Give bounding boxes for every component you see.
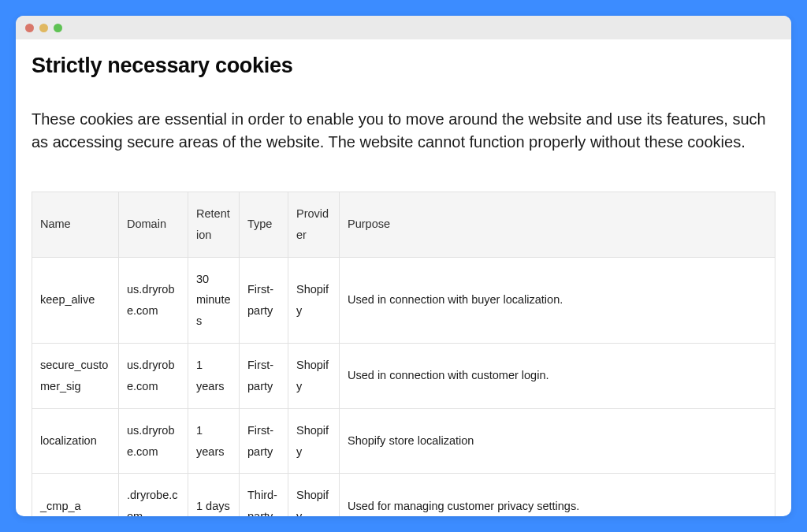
close-icon[interactable] <box>25 24 34 32</box>
cell-type: First-party <box>240 257 288 343</box>
maximize-icon[interactable] <box>54 24 62 32</box>
browser-window: Strictly necessary cookies These cookies… <box>16 16 791 516</box>
table-header: Provider <box>288 192 340 258</box>
cell-domain: us.dryrobe.com <box>119 257 188 343</box>
table-header: Purpose <box>340 192 775 258</box>
cell-name: secure_customer_sig <box>32 344 119 409</box>
table-header: Name <box>32 192 119 258</box>
cell-domain: us.dryrobe.com <box>119 408 188 474</box>
cell-domain: us.dryrobe.com <box>119 344 188 409</box>
minimize-icon[interactable] <box>39 24 48 32</box>
cell-provider: Shopify <box>288 474 340 516</box>
cell-purpose: Used in connection with buyer localizati… <box>340 257 775 343</box>
cell-type: First-party <box>240 408 288 474</box>
table-row: _cmp_a .dryrobe.com 1 days Third-party S… <box>32 474 775 516</box>
cell-retention: 1 years <box>188 408 240 474</box>
cell-retention: 1 days <box>188 474 240 516</box>
table-header-row: Name Domain Retention Type Provider Purp… <box>32 192 775 258</box>
table-header: Retention <box>188 192 240 258</box>
table-header: Type <box>240 192 288 258</box>
cell-name: _cmp_a <box>32 474 119 516</box>
page-content: Strictly necessary cookies These cookies… <box>16 39 791 516</box>
window-titlebar <box>16 16 791 39</box>
cell-retention: 30 minutes <box>188 257 240 343</box>
cookies-description: These cookies are essential in order to … <box>32 108 775 154</box>
cell-purpose: Used for managing customer privacy setti… <box>340 474 775 516</box>
cell-provider: Shopify <box>288 344 340 409</box>
page-title: Strictly necessary cookies <box>32 54 775 78</box>
cell-provider: Shopify <box>288 408 340 474</box>
cookies-table: Name Domain Retention Type Provider Purp… <box>32 192 775 516</box>
cell-name: keep_alive <box>32 257 119 343</box>
cell-type: First-party <box>240 344 288 409</box>
table-row: keep_alive us.dryrobe.com 30 minutes Fir… <box>32 257 775 343</box>
cell-type: Third-party <box>240 474 288 516</box>
cell-retention: 1 years <box>188 344 240 409</box>
cell-provider: Shopify <box>288 257 340 343</box>
cell-purpose: Used in connection with customer login. <box>340 344 775 409</box>
cell-domain: .dryrobe.com <box>119 474 188 516</box>
table-header: Domain <box>119 192 188 258</box>
cell-purpose: Shopify store localization <box>340 408 775 474</box>
cell-name: localization <box>32 408 119 474</box>
table-row: secure_customer_sig us.dryrobe.com 1 yea… <box>32 344 775 409</box>
table-row: localization us.dryrobe.com 1 years Firs… <box>32 408 775 474</box>
